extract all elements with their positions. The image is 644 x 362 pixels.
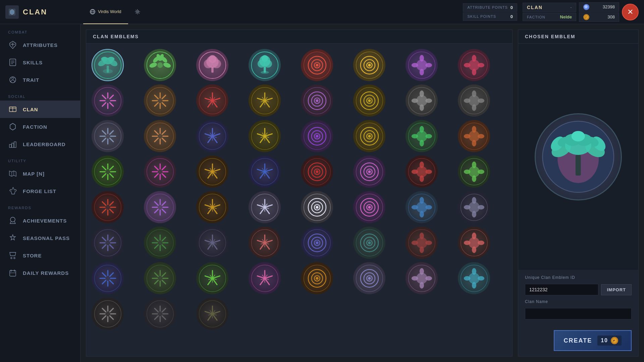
emblem-46[interactable]	[406, 227, 438, 259]
svg-point-319	[411, 205, 418, 209]
sidebar-item-achievements[interactable]: ACHIEVEMENTS	[0, 212, 80, 229]
svg-point-371	[316, 241, 318, 244]
sidebar-item-skills-label: SKILLS	[23, 60, 43, 65]
emblem-30[interactable]	[406, 156, 438, 188]
emblem-14[interactable]	[406, 84, 438, 117]
emblem-0[interactable]	[92, 49, 124, 81]
emblem-19[interactable]	[249, 120, 281, 152]
emblem-42[interactable]	[196, 227, 228, 259]
emblem-55[interactable]	[458, 262, 490, 294]
currency-gold-value: 308	[607, 14, 615, 19]
emblem-24[interactable]	[92, 156, 124, 188]
emblem-4[interactable]	[301, 49, 333, 81]
emblem-52[interactable]	[301, 262, 333, 294]
emblem-32[interactable]	[92, 191, 124, 223]
clan-minus-btn[interactable]: -	[570, 4, 572, 10]
emblem-40[interactable]	[92, 227, 124, 259]
create-btn-row: CREATE 10 P	[518, 325, 638, 356]
svg-point-247	[316, 170, 318, 173]
close-button[interactable]: ✕	[622, 4, 639, 20]
svg-line-81	[110, 103, 113, 106]
emblem-27[interactable]	[249, 156, 281, 188]
emblem-38[interactable]	[406, 191, 438, 223]
emblem-13[interactable]	[353, 84, 385, 117]
top-bar-stats: ATTRIBUTE POINTS 0 SKILL POINTS 0 CLAN -…	[463, 2, 644, 22]
emblem-43[interactable]	[249, 227, 281, 259]
svg-line-156	[155, 131, 158, 134]
sidebar-item-map[interactable]: MAP [N]	[0, 165, 80, 182]
emblems-panel-header: CLAN EMBLEMS	[86, 30, 512, 44]
sidebar-item-faction[interactable]: FACTION	[0, 118, 80, 135]
emblem-53[interactable]	[353, 262, 385, 294]
emblem-16[interactable]	[92, 120, 124, 152]
emblem-10[interactable]	[196, 84, 228, 117]
emblem-26[interactable]	[196, 156, 228, 188]
emblem-12[interactable]	[301, 84, 333, 117]
emblem-51[interactable]	[249, 262, 281, 294]
emblem-39[interactable]	[458, 191, 490, 223]
clan-name-input[interactable]	[525, 308, 632, 319]
emblem-11[interactable]	[249, 84, 281, 117]
emblem-17[interactable]	[144, 120, 176, 152]
emblem-57[interactable]	[144, 298, 176, 330]
svg-point-133	[411, 98, 418, 103]
svg-point-264	[478, 169, 484, 174]
emblem-5[interactable]	[353, 49, 385, 81]
emblem-id-input[interactable]	[525, 284, 598, 295]
sidebar-item-skills[interactable]: SKILLS	[0, 54, 80, 71]
emblem-6[interactable]	[406, 49, 438, 81]
emblem-28[interactable]	[301, 156, 333, 188]
sidebar-item-clan[interactable]: CLAN	[0, 101, 80, 118]
emblem-58[interactable]	[196, 298, 228, 330]
emblem-36[interactable]	[301, 191, 333, 223]
tab-virdis-world[interactable]: Virdis World	[83, 0, 128, 24]
emblem-23[interactable]	[458, 120, 490, 152]
emblem-41[interactable]	[144, 227, 176, 259]
emblem-8[interactable]	[92, 84, 124, 117]
emblem-20[interactable]	[301, 120, 333, 152]
emblem-44[interactable]	[301, 227, 333, 259]
emblem-34[interactable]	[196, 191, 228, 223]
emblem-45[interactable]	[353, 227, 385, 259]
svg-point-252	[368, 170, 371, 173]
tab-settings[interactable]	[128, 0, 147, 24]
sidebar-item-daily-rewards[interactable]: DAILY REWARDS	[0, 264, 80, 282]
sidebar-item-attributes[interactable]: ATTRIBUTES	[0, 36, 80, 54]
emblem-50[interactable]	[196, 262, 228, 294]
emblems-grid-wrapper[interactable]	[86, 44, 512, 356]
sidebar-item-leaderboard[interactable]: LEADERBOARD	[0, 135, 80, 153]
emblem-7[interactable]	[458, 49, 490, 81]
emblem-31[interactable]	[458, 156, 490, 188]
svg-point-200	[472, 140, 476, 146]
sidebar-item-forgelist[interactable]: FORGE LIST	[0, 182, 80, 200]
sidebar-item-seasonal-pass[interactable]: SEASONAL PASS	[0, 229, 80, 247]
emblem-22[interactable]	[406, 120, 438, 152]
svg-point-442	[419, 282, 424, 289]
emblem-48[interactable]	[92, 262, 124, 294]
emblem-54[interactable]	[406, 262, 438, 294]
emblem-35[interactable]	[249, 191, 281, 223]
emblem-25[interactable]	[144, 156, 176, 188]
emblem-49[interactable]	[144, 262, 176, 294]
import-button[interactable]: Import	[601, 284, 632, 295]
emblem-3[interactable]	[249, 49, 281, 81]
svg-point-379	[419, 232, 424, 239]
svg-point-212	[147, 158, 173, 185]
emblem-15[interactable]	[458, 84, 490, 117]
emblem-21[interactable]	[353, 120, 385, 152]
svg-line-216	[155, 174, 158, 177]
sidebar-item-trait[interactable]: TRAIT	[0, 71, 80, 88]
sidebar-item-store[interactable]: STORE	[0, 247, 80, 264]
emblem-29[interactable]	[353, 156, 385, 188]
emblem-9[interactable]	[144, 84, 176, 117]
emblem-37[interactable]	[353, 191, 385, 223]
emblem-47[interactable]	[458, 227, 490, 259]
emblem-1[interactable]	[144, 49, 176, 81]
emblem-2[interactable]	[196, 49, 228, 81]
emblem-18[interactable]	[196, 120, 228, 152]
svg-point-314	[368, 206, 371, 208]
create-cost: 10 P	[597, 336, 622, 346]
emblem-56[interactable]	[92, 298, 124, 330]
create-button[interactable]: CREATE 10 P	[554, 330, 632, 351]
emblem-33[interactable]	[144, 191, 176, 223]
